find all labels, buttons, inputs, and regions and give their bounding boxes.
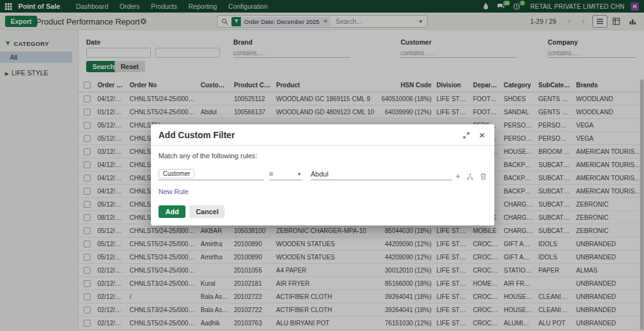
- add-branch-icon[interactable]: [466, 173, 474, 180]
- modal-title: Add Custom Filter: [158, 130, 235, 140]
- add-custom-filter-modal: Add Custom Filter ✕ Match any of the fol…: [151, 124, 494, 225]
- delete-rule-trash-icon[interactable]: [480, 173, 487, 180]
- expand-icon[interactable]: [463, 132, 470, 139]
- operator-caret-icon: ▼: [297, 171, 302, 177]
- filter-rule-row: Customer = ▼ Abdul +: [158, 167, 487, 180]
- rule-operator-value: =: [269, 170, 273, 178]
- cancel-button[interactable]: Cancel: [189, 205, 225, 218]
- new-rule-link[interactable]: New Rule: [158, 188, 189, 195]
- match-rules-text: Match any of the following rules:: [158, 152, 487, 160]
- modal-header: Add Custom Filter ✕: [151, 124, 494, 146]
- add-button[interactable]: Add: [158, 205, 186, 218]
- rule-field-chip[interactable]: Customer: [158, 169, 194, 178]
- modal-footer: Add Cancel: [158, 205, 487, 218]
- rule-operator-select[interactable]: = ▼: [269, 170, 302, 180]
- rule-value-input[interactable]: Abdul: [311, 170, 452, 180]
- modal-body: Match any of the following rules: Custom…: [151, 146, 494, 225]
- close-icon[interactable]: ✕: [479, 131, 486, 139]
- rule-field-select[interactable]: Customer: [158, 167, 264, 180]
